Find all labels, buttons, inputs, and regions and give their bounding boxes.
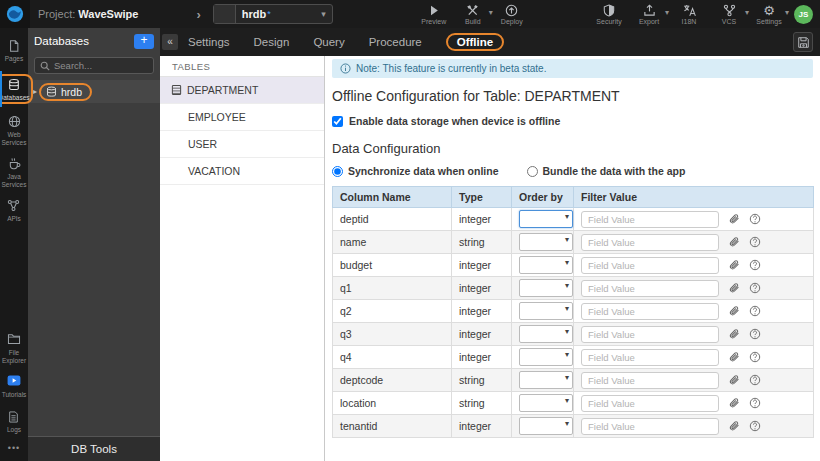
filter-value-input[interactable] bbox=[581, 418, 719, 435]
order-by-select[interactable] bbox=[519, 417, 573, 435]
tab-procedure[interactable]: Procedure bbox=[369, 36, 422, 48]
help-icon[interactable] bbox=[749, 420, 761, 432]
help-icon[interactable] bbox=[749, 305, 761, 317]
table-item-vacation[interactable]: VACATION bbox=[160, 158, 324, 185]
order-by-select[interactable] bbox=[519, 210, 573, 228]
chevron-down-icon: ▾ bbox=[785, 8, 789, 17]
filter-value-cell bbox=[574, 415, 814, 438]
sidebar-item-pages[interactable]: Pages bbox=[0, 39, 28, 63]
sidebar-item-java-services[interactable]: Java Services bbox=[0, 157, 28, 188]
bind-field-icon[interactable] bbox=[728, 282, 740, 294]
order-by-select[interactable] bbox=[519, 302, 573, 320]
order-by-select[interactable] bbox=[519, 371, 573, 389]
help-icon[interactable] bbox=[749, 259, 761, 271]
order-by-select[interactable] bbox=[519, 394, 573, 412]
help-icon[interactable] bbox=[749, 397, 761, 409]
order-by-select[interactable] bbox=[519, 233, 573, 251]
filter-value-input[interactable] bbox=[581, 395, 719, 412]
filter-value-input[interactable] bbox=[581, 349, 719, 366]
filter-value-input[interactable] bbox=[581, 257, 719, 274]
table-item-label: USER bbox=[188, 138, 217, 150]
bind-field-icon[interactable] bbox=[728, 397, 740, 409]
table-item-label: EMPLOYEE bbox=[188, 111, 246, 123]
filter-value-input[interactable] bbox=[581, 211, 719, 228]
bundle-option: Bundle the data with the app bbox=[527, 165, 686, 177]
sidebar-item-label: Tutorials bbox=[2, 391, 27, 399]
bind-field-icon[interactable] bbox=[728, 213, 740, 225]
sidebar-item-label: Logs bbox=[7, 426, 21, 434]
database-item-hrdb[interactable]: ▸ hrdb bbox=[28, 80, 160, 103]
database-item-label: hrdb bbox=[61, 86, 82, 98]
order-by-select[interactable] bbox=[519, 325, 573, 343]
column-type-cell: string bbox=[452, 369, 512, 392]
beta-note-text: Note: This feature is currently in beta … bbox=[356, 63, 546, 74]
bind-field-icon[interactable] bbox=[728, 328, 740, 340]
tab-design[interactable]: Design bbox=[254, 36, 290, 48]
table-item-user[interactable]: USER bbox=[160, 131, 324, 158]
column-row-q4: q4integer bbox=[333, 346, 814, 369]
db-tools-button[interactable]: DB Tools bbox=[28, 436, 160, 461]
help-icon[interactable] bbox=[749, 282, 761, 294]
bundle-radio[interactable] bbox=[527, 166, 538, 177]
export-icon bbox=[643, 3, 656, 17]
user-avatar[interactable]: JS bbox=[794, 5, 813, 24]
help-icon[interactable] bbox=[749, 236, 761, 248]
filter-value-input[interactable] bbox=[581, 303, 719, 320]
tree-expand-caret-icon[interactable]: ▸ bbox=[33, 87, 37, 96]
table-item-employee[interactable]: EMPLOYEE bbox=[160, 104, 324, 131]
synchronize-radio[interactable] bbox=[332, 166, 343, 177]
tool-settings-button[interactable]: ⚙Settings▾ bbox=[756, 3, 782, 25]
tab-query[interactable]: Query bbox=[313, 36, 344, 48]
sidebar-item-logs[interactable]: Logs bbox=[0, 410, 28, 434]
bind-field-icon[interactable] bbox=[728, 420, 740, 432]
databases-panel-title: Databases bbox=[34, 35, 89, 47]
column-row-q3: q3integer bbox=[333, 323, 814, 346]
sidebar-item-tutorials[interactable]: Tutorials bbox=[0, 375, 28, 399]
table-item-department[interactable]: DEPARTMENT bbox=[160, 77, 324, 104]
column-name-cell: budget bbox=[333, 254, 452, 277]
tool-i18n-button[interactable]: I18N bbox=[676, 3, 702, 25]
add-database-button[interactable]: + bbox=[134, 34, 154, 49]
action-build-button[interactable]: Build▾ bbox=[460, 3, 486, 25]
bind-field-icon[interactable] bbox=[728, 236, 740, 248]
search-input[interactable] bbox=[54, 60, 154, 71]
bind-field-icon[interactable] bbox=[728, 259, 740, 271]
tool-vcs-button[interactable]: VCS▾ bbox=[716, 3, 742, 25]
tab-settings[interactable]: Settings bbox=[188, 36, 230, 48]
tool-security-button[interactable]: Security bbox=[596, 3, 622, 25]
save-button[interactable] bbox=[793, 32, 813, 52]
filter-value-input[interactable] bbox=[581, 326, 719, 343]
wavemaker-logo[interactable] bbox=[0, 0, 30, 28]
sidebar-item-web-services[interactable]: Web Services bbox=[0, 115, 28, 146]
bind-field-icon[interactable] bbox=[728, 351, 740, 363]
enable-offline-storage-checkbox[interactable] bbox=[332, 116, 343, 127]
sidebar-item-file-explorer[interactable]: File Explorer bbox=[0, 333, 28, 364]
tab-offline[interactable]: Offline bbox=[446, 33, 504, 51]
order-by-select[interactable] bbox=[519, 348, 573, 366]
bind-field-icon[interactable] bbox=[728, 305, 740, 317]
filter-value-input[interactable] bbox=[581, 234, 719, 251]
bind-field-icon[interactable] bbox=[728, 374, 740, 386]
help-icon[interactable] bbox=[749, 328, 761, 340]
help-icon[interactable] bbox=[749, 351, 761, 363]
topbar-action-group: PreviewBuild▾Deploy bbox=[421, 3, 525, 25]
action-deploy-button[interactable]: Deploy bbox=[499, 3, 525, 25]
collapse-panel-button[interactable]: « bbox=[162, 34, 178, 50]
tutorial-highlight-ring: Databases bbox=[0, 74, 33, 105]
sidebar-more-button[interactable]: ••• bbox=[8, 443, 20, 453]
sidebar-item-databases[interactable]: Databases bbox=[0, 74, 28, 105]
sidebar-item-apis[interactable]: APIs bbox=[0, 199, 28, 223]
action-preview-button[interactable]: Preview bbox=[421, 3, 447, 25]
i18n-icon bbox=[683, 3, 696, 17]
column-row-budget: budgetinteger bbox=[333, 254, 814, 277]
order-by-cell bbox=[512, 208, 574, 231]
order-by-select[interactable] bbox=[519, 279, 573, 297]
database-selector-dropdown[interactable]: hrdb * ▾ bbox=[213, 4, 333, 24]
tool-export-button[interactable]: Export▾ bbox=[636, 3, 662, 25]
filter-value-cell bbox=[574, 346, 814, 369]
order-by-select[interactable] bbox=[519, 256, 573, 274]
filter-value-input[interactable] bbox=[581, 372, 719, 389]
filter-value-input[interactable] bbox=[581, 280, 719, 297]
help-icon[interactable] bbox=[749, 374, 761, 386]
help-icon[interactable] bbox=[749, 213, 761, 225]
